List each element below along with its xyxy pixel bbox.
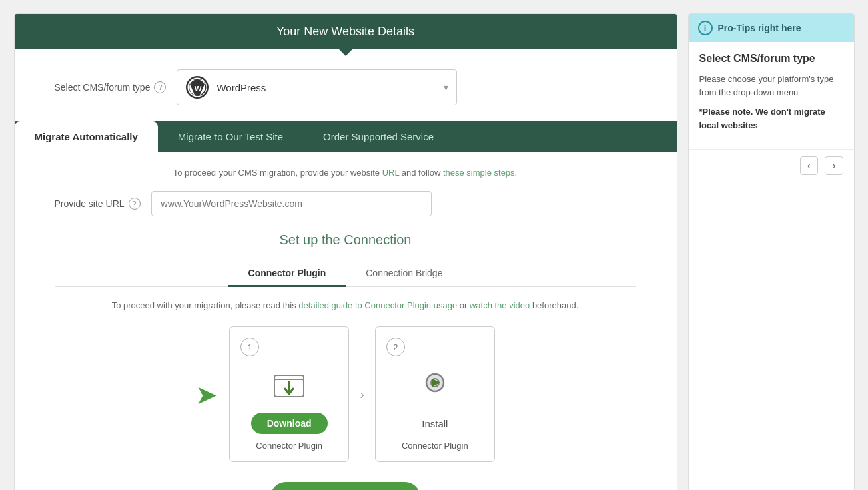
setup-title: Set up the Connection [55,232,636,248]
sidebar-body: Select CMS/forum type Please choose your… [689,42,854,149]
download-svg [272,367,306,402]
info-icon: i [698,21,713,35]
connector-guide-link[interactable]: detailed guide to Connector Plugin usage [298,300,457,310]
wordpress-icon: W [185,75,209,99]
install-svg [416,365,454,404]
sidebar-prev-button[interactable]: ‹ [800,156,818,175]
cms-select-row: Select CMS/forum type ? W WordPress ▾ [15,49,677,119]
tabs-bar: Migrate Automatically Migrate to Our Tes… [15,121,677,152]
install-icon [414,363,456,406]
step-separator-icon: › [360,387,364,402]
main-panel: Your New Website Details Select CMS/foru… [14,13,677,490]
download-icon [268,363,310,406]
url-row: Provide site URL ? [55,191,636,216]
url-label: Provide site URL ? [55,198,141,210]
step-number-2: 2 [386,338,405,356]
intro-text: To proceed your CMS migration, provide y… [55,168,636,178]
step-2-label: Connector Plugin [402,441,468,451]
cms-help-icon[interactable]: ? [154,81,166,93]
sidebar-header: i Pro-Tips right here [689,14,854,42]
cms-selected-value: WordPress [216,82,437,93]
svg-text:W: W [195,85,202,93]
cms-dropdown[interactable]: W WordPress ▾ [177,69,457,105]
panel-header: Your New Website Details [15,14,677,49]
url-help-icon[interactable]: ? [129,198,141,210]
step-1-label: Connector Plugin [256,441,322,451]
url-link[interactable]: URL [382,168,400,178]
download-button[interactable]: Download [251,413,328,434]
steps-area: ➤ 1 [55,326,636,462]
tab-migrate-test-site[interactable]: Migrate to Our Test Site [158,121,303,152]
panel-title: Your New Website Details [276,25,414,38]
sidebar-tip-2: *Please note. We don't migrate local web… [699,105,843,132]
sidebar-next-button[interactable]: › [825,156,843,175]
sidebar-tip-1: Please choose your platform's type from … [699,73,843,99]
install-label-btn: Install [422,418,448,429]
page-wrapper: Your New Website Details Select CMS/foru… [14,13,855,490]
sidebar: i Pro-Tips right here Select CMS/forum t… [688,13,855,490]
sidebar-section-title: Select CMS/forum type [699,53,843,65]
steps-link[interactable]: these simple steps [443,168,515,178]
connection-tabs: Connector Plugin Connection Bridge [55,261,636,287]
url-input[interactable] [151,191,432,216]
verify-connection-button[interactable]: Verify Connection [270,482,420,490]
step-card-2: 2 Install [375,326,495,462]
tab-connection-bridge[interactable]: Connection Bridge [346,261,462,287]
tab-order-service[interactable]: Order Supported Service [303,121,454,152]
cms-select-label: Select CMS/forum type ? [55,81,167,93]
cms-chevron-icon: ▾ [444,82,448,93]
step-number-1: 1 [240,338,259,356]
step-card-1: 1 Download [229,326,349,462]
tab-connector-plugin[interactable]: Connector Plugin [228,261,346,287]
plugin-instructions: To proceed with your migration, please r… [55,300,636,310]
arrow-icon: ➤ [195,381,218,408]
sidebar-footer: ‹ › [689,149,854,182]
sidebar-header-text: Pro-Tips right here [718,23,801,33]
watch-video-link[interactable]: watch the video [470,300,530,310]
tab-migrate-automatically[interactable]: Migrate Automatically [15,121,158,152]
tab-content: To proceed your CMS migration, provide y… [15,152,677,490]
